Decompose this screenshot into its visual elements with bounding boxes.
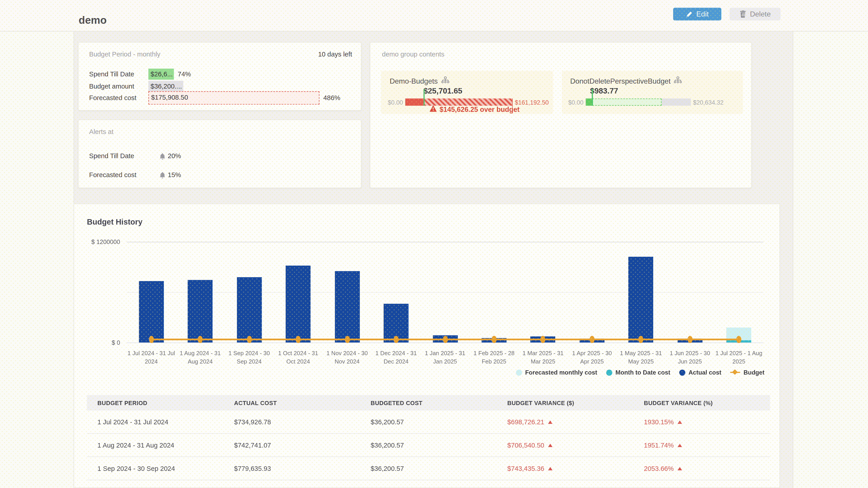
legend-dot-icon [516, 369, 522, 376]
variance-up-icon [548, 420, 553, 424]
perspective-icon [441, 76, 450, 86]
variance-up-icon [548, 444, 553, 447]
budget-value-chip: $36,200.... [148, 80, 183, 92]
legend-label: Forecasted monthly cost [525, 369, 597, 376]
budget-amount: $25,701.65 [423, 86, 462, 95]
legend-item-month-to-date-cost: Month to Date cost [606, 369, 670, 376]
forecast-overage-segment [424, 98, 513, 106]
alert-threshold-value: 20% [168, 152, 181, 160]
x-axis-label: 1 Nov 2024 - 30 Nov 2024 [323, 349, 371, 366]
x-axis-label: 1 Dec 2024 - 31 Dec 2024 [372, 349, 420, 366]
spend-value-chip: $26,6... [148, 69, 174, 80]
variance-up-icon [678, 444, 682, 447]
legend-dot-icon [679, 369, 685, 376]
budget-amount: $983.77 [590, 86, 618, 95]
cell-budget-period: 1 Jul 2024 - 31 Jul 2024 [87, 418, 223, 426]
table-header-cell: BUDGET VARIANCE ($) [497, 399, 633, 406]
cell-actual-cost: $779,635.93 [223, 464, 360, 472]
legend-budget-line-icon [730, 369, 740, 376]
budget-marker [149, 336, 154, 343]
forecast-value-chip: $175,908.50 [148, 91, 319, 105]
budget-marker [394, 336, 399, 343]
bar-actual-cost [628, 257, 653, 343]
table-header-cell: BUDGETED COST [360, 399, 497, 406]
alerts-card: Alerts at Spend Till Date20%Forecasted c… [78, 120, 362, 188]
table-header-row: BUDGET PERIODACTUAL COSTBUDGETED COSTBUD… [87, 395, 770, 411]
over-budget-alert: $145,626.25 over budget [430, 105, 520, 113]
cell-budget-variance-pct: 1930.15% [633, 418, 770, 426]
y-axis-tick-max: $ 1200000 [76, 238, 120, 245]
chart-legend: Forecasted monthly costMonth to Date cos… [74, 368, 765, 377]
top-bar: demo Edit Delete [0, 0, 868, 32]
edit-button-label: Edit [696, 10, 709, 18]
gridline-mid [127, 292, 763, 293]
x-axis-label: 1 Oct 2024 - 31 Oct 2024 [274, 349, 322, 366]
bar-min-label: $0.00 [381, 99, 403, 105]
legend-item-forecasted-monthly-cost: Forecasted monthly cost [516, 369, 597, 376]
budget-marker-tick [592, 89, 593, 105]
table-header-cell: BUDGET PERIOD [87, 399, 223, 406]
x-axis-label: 1 Mar 2025 - 31 Mar 2025 [519, 349, 567, 366]
x-axis-label: 1 Jun 2025 - 30 Jun 2025 [666, 349, 714, 366]
cell-budget-period: 1 Sep 2024 - 30 Sep 2024 [87, 464, 223, 472]
page-title: demo [79, 14, 107, 27]
x-axis-label: 1 Sep 2024 - 30 Sep 2024 [225, 349, 273, 366]
over-budget-alert-text: $145,626.25 over budget [439, 105, 520, 113]
budget-history-table: BUDGET PERIODACTUAL COSTBUDGETED COSTBUD… [87, 395, 770, 480]
budget-progress-bar [405, 98, 513, 106]
alert-row: Forecasted cost15% [79, 170, 361, 179]
budget-period-title: Budget Period - monthly [89, 51, 160, 58]
budget-period-row-label: Forecasted cost [89, 94, 136, 102]
table-row: 1 Sep 2024 - 30 Sep 2024$779,635.93$36,2… [87, 457, 770, 480]
legend-label: Budget [743, 369, 765, 376]
table-header-cell: BUDGET VARIANCE (%) [633, 399, 770, 406]
cell-budget-variance-pct: 2053.66% [633, 464, 770, 472]
budget-tile-donotdelete[interactable]: DonotDeletePerspectiveBudget $983.77 $0.… [562, 71, 743, 114]
delete-button[interactable]: Delete [730, 8, 780, 20]
cell-actual-cost: $734,926.78 [223, 418, 360, 426]
legend-item-actual-cost: Actual cost [679, 369, 721, 376]
cell-budgeted-cost: $36,200.57 [360, 464, 497, 472]
bar-max-label: $161,192.50 [515, 99, 549, 105]
bar-max-label: $20,634.32 [693, 99, 723, 105]
delete-button-label: Delete [750, 10, 771, 18]
group-contents-title: demo group contents [382, 51, 444, 58]
alerts-title: Alerts at [89, 128, 114, 135]
cell-budget-period: 1 Aug 2024 - 31 Aug 2024 [87, 441, 223, 449]
alert-row-label: Forecasted cost [89, 171, 136, 179]
cell-budget-variance-pct: 1951.74% [633, 441, 770, 449]
budget-tile-name: Demo-Budgets [390, 77, 438, 85]
bar-actual-cost [335, 271, 360, 343]
budget-marker [345, 336, 350, 343]
pencil-icon [686, 11, 692, 18]
budget-marker [687, 336, 692, 343]
x-axis-label: 1 Jul 2025 - 1 Aug 2025 [715, 349, 763, 366]
legend-label: Actual cost [688, 369, 721, 376]
x-axis-label: 1 May 2025 - 31 May 2025 [617, 349, 665, 366]
budget-period-row: Forecasted cost$175,908.50486% [79, 92, 361, 103]
budget-tile-demo-budgets[interactable]: Demo-Budgets $25,701.65 $0.00 $161,192.5… [381, 71, 553, 114]
x-axis-label: 1 Aug 2024 - 31 Aug 2024 [176, 349, 224, 366]
legend-dot-icon [606, 369, 612, 376]
budget-history-chart: $ 1200000 $ 0 1 Jul 2024 - 31 Jul 20241 … [127, 242, 763, 343]
cell-budget-variance-usd: $698,726.21 [497, 418, 633, 426]
budget-progress-bar [586, 98, 691, 106]
cell-actual-cost: $742,741.07 [223, 441, 360, 449]
spend-segment [405, 98, 424, 106]
warning-icon [430, 105, 437, 113]
budget-period-row-label: Spend Till Date [89, 70, 134, 78]
budget-history-title: Budget History [87, 217, 143, 226]
bar-actual-cost [139, 281, 164, 343]
budget-marker-tick [423, 89, 425, 105]
x-axis-label: 1 Feb 2025 - 28 Feb 2025 [470, 349, 518, 366]
edit-button[interactable]: Edit [673, 8, 721, 20]
cell-budget-variance-usd: $743,435.36 [497, 464, 633, 472]
y-axis-tick-zero: $ 0 [76, 339, 120, 346]
bar-actual-cost [286, 266, 311, 343]
gridline-top [127, 242, 763, 242]
alert-threshold-value: 15% [168, 171, 181, 179]
cell-budget-variance-usd: $706,540.50 [497, 441, 633, 449]
budget-period-row: Budget amount$36,200.... [79, 80, 361, 92]
table-row: 1 Aug 2024 - 31 Aug 2024$742,741.07$36,2… [87, 434, 770, 457]
budget-marker [492, 336, 497, 343]
